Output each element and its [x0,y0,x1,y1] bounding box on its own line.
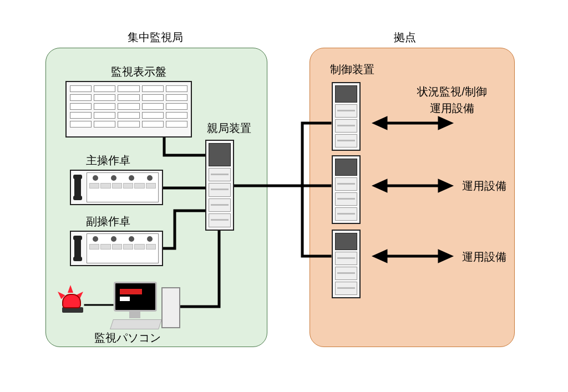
main-console-icon [70,170,163,205]
monitor-pc-label: 監視パソコン [83,330,172,345]
master-unit-rack-icon [205,140,234,231]
display-board-icon [65,81,192,138]
site-rack-3-icon [332,230,361,298]
site-rack-2-text: 運用設備 [454,179,515,194]
diagram-stage: 集中監視局 拠点 [0,0,568,392]
header-central-station: 集中監視局 [111,30,200,45]
header-site: 拠点 [383,30,427,45]
site-rack-2-icon [332,155,361,224]
master-unit-label: 親局装置 [199,121,260,136]
controller-label: 制御装置 [322,62,383,77]
sub-console-label: 副操作卓 [78,214,139,229]
site-rack-3-text: 運用設備 [454,250,515,264]
warning-light-icon [62,294,83,313]
monitor-pc-icon [114,282,186,332]
sub-console-icon [70,231,163,266]
main-console-label: 主操作卓 [78,153,139,168]
display-board-label: 監視表示盤 [97,64,180,79]
site-rack-1-icon [332,82,361,151]
site-rack-1-text: 状況監視/制御 運用設備 [388,83,516,116]
